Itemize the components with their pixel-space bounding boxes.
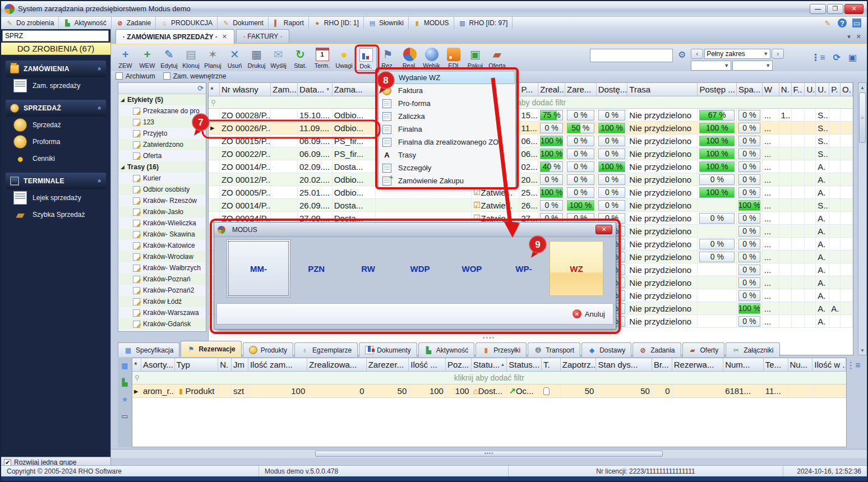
sidebar-section-sprzedaż[interactable]: SPRZEDAŻ« <box>6 100 106 117</box>
document-type-button-wop[interactable]: WOP <box>446 264 497 274</box>
toolbar-button-zew[interactable]: +ZEW <box>114 46 136 71</box>
toolbar-button-real[interactable]: Real. <box>399 46 421 71</box>
tree-item-przekazane-do-pro[interactable]: Przekazane do pro <box>118 105 206 117</box>
sidebar-item-sprzedaż[interactable]: Sprzedaż <box>1 117 110 133</box>
column-header-ilw[interactable]: Ilość w ... <box>812 358 846 371</box>
tree-item-kraków-berlin[interactable]: Kraków-Berlin <box>118 330 206 332</box>
tree-item-kraków-rzeszów[interactable]: Kraków- Rzeszów <box>118 195 206 206</box>
toolbar-button-webik[interactable]: Webik <box>421 46 442 71</box>
cancel-button[interactable]: ✕ Anuluj <box>572 309 605 318</box>
column-header-num[interactable]: Num... <box>723 358 764 371</box>
tree-item-kraków-gdańsk[interactable]: Kraków-Gdańsk <box>118 318 206 330</box>
menubar-item-aktywność[interactable]: ▙Aktywność <box>59 17 111 29</box>
column-header-ind[interactable]: * <box>132 358 141 371</box>
sidebar-item-zam-sprzedaży[interactable]: Zam. sprzedaży <box>1 77 110 94</box>
table-row[interactable]: ZO 00014/P...26.09....Dosta...☑ Zatwie..… <box>209 199 853 212</box>
tree-item-przyjęto[interactable]: Przyjęto <box>118 128 206 139</box>
menubar-item-raport[interactable]: ▍Raport <box>269 17 309 29</box>
detail-tab-aktywność[interactable]: ▙Aktywność <box>418 342 474 357</box>
column-header-postep[interactable]: Postęp ... <box>698 83 737 96</box>
toolbar-button-wew[interactable]: +WEW <box>136 46 158 71</box>
tab-dropdown-icon[interactable]: ▾ <box>847 33 851 40</box>
maximize-button[interactable]: ❐ <box>827 4 843 14</box>
detail-tab-transport[interactable]: ➍Transport <box>528 342 580 357</box>
sync-icon[interactable]: ⟳ <box>197 84 204 92</box>
toolbar-button-term[interactable]: 1Term. <box>311 46 333 71</box>
reservations-filter-row[interactable]: ⚲kliknij aby dodać filtr <box>132 372 846 384</box>
toolbar-button-pakuj[interactable]: ▣Pakuj <box>464 46 486 71</box>
column-header-o[interactable]: O. <box>841 83 853 96</box>
menu-item-pro-forma[interactable]: Pro-forma <box>379 97 515 110</box>
tree-item-kraków-katowice[interactable]: Kraków-Katowice <box>118 240 206 251</box>
horizontal-scrollbar[interactable]: •••• <box>111 449 867 458</box>
sidebar-section-zamówienia[interactable]: ZAMÓWIENIA« <box>6 61 106 77</box>
tree-item-zatwierdzono[interactable]: Zatwierdzono <box>118 139 206 150</box>
column-header-data[interactable]: Data...▼ <box>298 83 333 96</box>
menubar-item-do-zrobienia[interactable]: ✎Do zrobienia <box>1 17 59 29</box>
toolbar-button-planuj[interactable]: ✶Planuj <box>202 46 224 71</box>
range-prev-button[interactable]: ‹ <box>691 49 703 59</box>
filter-dropdown-2[interactable]: ▼ <box>732 61 773 71</box>
range-selector[interactable]: Pełny zakres ▼ <box>704 49 770 59</box>
detail-tab-oferty[interactable]: ▰Oferty <box>682 342 725 357</box>
column-header-zrl[interactable]: Zrealizowa... <box>307 358 366 371</box>
column-header-n[interactable]: N. <box>218 358 232 371</box>
sidebar-search-input[interactable] <box>2 30 109 41</box>
tree-item-kraków-łódź[interactable]: Kraków Łódź <box>118 296 206 307</box>
orders-filter-row[interactable]: ⚲kliknij aby dodać filtr <box>209 96 853 109</box>
tab-faktury[interactable]: · FAKTURY · <box>236 29 290 43</box>
detail-tab-załączniki[interactable]: ✂Załączniki <box>726 342 779 357</box>
archive-option[interactable]: Archiwum <box>116 72 155 80</box>
column-header-asort[interactable]: Asorty... <box>141 358 175 371</box>
column-header-zam[interactable]: Zam... <box>271 83 298 96</box>
toolbar-button-wyślij[interactable]: ✉Wyślij <box>267 46 289 71</box>
table-row[interactable]: ZO 00028/P...15.10....Odbio...15....75 %… <box>209 109 853 122</box>
detail-tab-produkty[interactable]: Produkty <box>243 342 293 357</box>
refresh-icon[interactable]: ⟳ <box>833 52 840 63</box>
menu-item-faktura[interactable]: Faktura <box>379 84 515 97</box>
tree-item-oferta[interactable]: Oferta <box>118 150 206 161</box>
table-row[interactable]: ZO 00012/P...20.02....Odbio...20....0 %0… <box>209 173 853 186</box>
todo-counter[interactable]: DO ZROBIENIA (67) <box>1 43 110 55</box>
detail-tab-zadania[interactable]: ⊘Zadania <box>632 342 681 357</box>
column-header-n[interactable]: N. <box>779 83 792 96</box>
chevron-up-icon[interactable]: « <box>96 106 103 110</box>
menu-item-zamówienie-zakupu[interactable]: Zamówienie Zakupu <box>379 174 515 187</box>
menu-item-szczegóły[interactable]: Szczegóły <box>379 161 515 174</box>
expander-icon[interactable]: ◢ <box>121 164 124 170</box>
toolbar-search-input[interactable] <box>590 49 673 62</box>
detail-tab-specyfikacja[interactable]: ▦Specyfikacja <box>118 342 179 357</box>
column-header-nr[interactable]: Nr własny <box>220 83 271 96</box>
menubar-item-rho-id-1[interactable]: ●RHO [ID: 1] <box>309 17 364 29</box>
help-icon[interactable]: ? <box>838 18 847 27</box>
menu-item-zaliczka[interactable]: Zaliczka <box>379 110 515 123</box>
toolbar-button-usuń[interactable]: ✕Usuń <box>224 46 246 71</box>
column-header-il[interactable]: Ilość ... <box>409 358 446 371</box>
document-type-button-mm[interactable]: MM- <box>227 239 290 298</box>
toolbar-button-stat[interactable]: ↻Stat. <box>289 46 311 71</box>
scroll-up-icon[interactable]: ▲ <box>858 83 866 92</box>
column-header-p[interactable]: P... <box>519 83 538 96</box>
range-next-button[interactable]: › <box>772 49 784 59</box>
table-row[interactable]: ZO 00022/P...06.09....PS_fir...06....100… <box>209 147 853 160</box>
dialog-close-button[interactable]: ✕ <box>595 225 612 234</box>
detail-tab-przesyłki[interactable]: ▮Przesyłki <box>475 342 527 357</box>
column-header-poz[interactable]: Poz... <box>446 358 472 371</box>
column-header-w[interactable]: W <box>763 83 779 96</box>
document-type-button-wp[interactable]: WP- <box>498 264 550 274</box>
layout-icon[interactable]: ▣ <box>848 52 857 63</box>
detail-tab-egzemplarze[interactable]: ♁Egzemplarze <box>294 342 358 357</box>
column-header-jm[interactable]: Jm <box>232 358 248 371</box>
toolbar-button-oferta[interactable]: ▰Oferta <box>486 46 508 71</box>
chevron-up-icon[interactable]: « <box>96 67 103 71</box>
close-button[interactable]: ✕ <box>844 4 864 14</box>
tree-item-kraków-skawina[interactable]: Kraków- Skawina <box>118 229 206 240</box>
gear-icon[interactable]: ⚙ <box>677 50 686 59</box>
toolbar-button-dok[interactable]: Dok. <box>355 46 377 71</box>
sidebar-item-szybka-sprzedaż[interactable]: ▰Szybka Sprzedaż <box>1 206 110 223</box>
tree-item-kraków-poznań2[interactable]: Kraków-Poznań2 <box>118 285 206 296</box>
detail-tab-dokumenty[interactable]: Dokumenty <box>359 342 417 357</box>
menu-item-finalna[interactable]: Finalna <box>379 123 515 136</box>
menubar-item-zadanie[interactable]: ⊘Zadanie <box>112 17 156 29</box>
menubar-item-rho-id-97[interactable]: ▥RHO [ID: 97] <box>454 17 513 29</box>
